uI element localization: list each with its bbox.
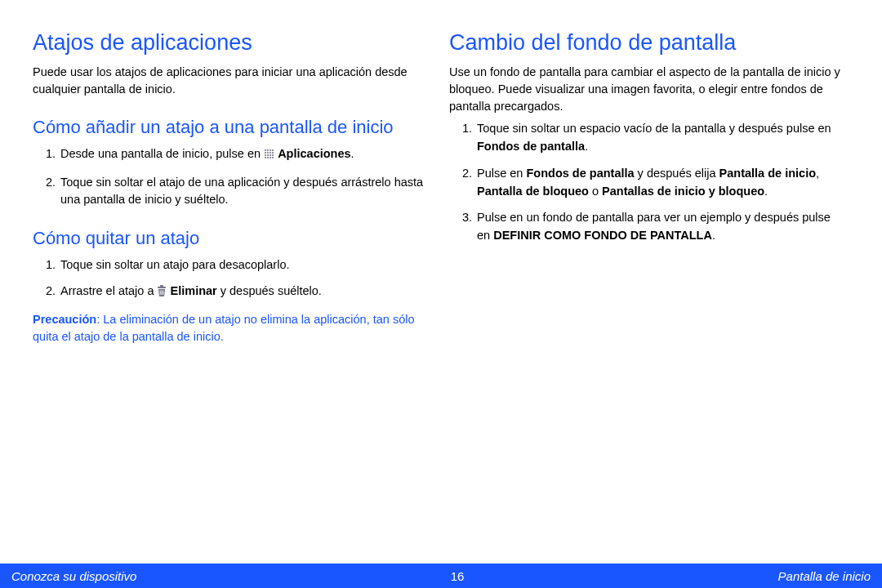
- step-text: Pulse en: [477, 167, 526, 180]
- step-text: .: [585, 140, 588, 153]
- bold-pantallas-inicio-bloqueo: Pantallas de inicio y bloqueo: [602, 185, 764, 198]
- svg-point-2: [270, 149, 271, 151]
- svg-point-8: [265, 154, 266, 156]
- svg-point-12: [265, 157, 266, 158]
- svg-point-9: [267, 154, 269, 156]
- bold-fondos: Fondos de pantalla: [477, 140, 585, 153]
- wallpaper-steps-list: Toque sin soltar un espacio vacío de la …: [449, 120, 849, 245]
- step-text: .: [351, 147, 354, 160]
- list-item: Arrastre el atajo a Eliminar y después s…: [59, 283, 433, 302]
- svg-point-10: [270, 154, 271, 156]
- svg-point-0: [265, 149, 266, 151]
- list-item: Toque sin soltar un espacio vacío de la …: [475, 120, 849, 156]
- svg-point-4: [265, 152, 266, 154]
- page-number: 16: [451, 569, 465, 583]
- bold-pantalla-bloqueo: Pantalla de bloqueo: [477, 185, 589, 198]
- trash-icon: [157, 284, 167, 302]
- caution-label: Precaución: [33, 313, 96, 326]
- bold-eliminar: Eliminar: [171, 284, 217, 297]
- list-item: Pulse en Fondos de pantalla y después el…: [475, 165, 849, 201]
- step-text: ,: [816, 167, 819, 180]
- bold-aplicaciones: Aplicaciones: [278, 147, 350, 160]
- list-item: Toque sin soltar el atajo de una aplicac…: [59, 174, 433, 210]
- svg-point-11: [272, 154, 274, 156]
- caution-note: Precaución: La eliminación de un atajo n…: [33, 311, 433, 345]
- two-column-layout: Atajos de aplicaciones Puede usar los at…: [33, 29, 849, 550]
- step-text: .: [712, 229, 715, 242]
- heading-atajos: Atajos de aplicaciones: [33, 29, 433, 56]
- right-column: Cambio del fondo de pantalla Use un fond…: [449, 29, 849, 550]
- bold-definir: DEFINIR COMO FONDO DE PANTALLA: [493, 229, 712, 242]
- step-text: y después elija: [635, 167, 719, 180]
- bold-pantalla-inicio: Pantalla de inicio: [719, 167, 816, 180]
- step-text: Desde una pantalla de inicio, pulse en: [60, 147, 264, 160]
- step-text: Arrastre el atajo a: [60, 284, 157, 297]
- svg-point-14: [270, 157, 271, 158]
- intro-wallpaper: Use un fondo de pantalla para cambiar el…: [449, 64, 849, 115]
- svg-point-3: [272, 149, 274, 151]
- step-text: y después suéltelo.: [217, 284, 322, 297]
- heading-remove-shortcut: Cómo quitar un atajo: [33, 227, 433, 250]
- left-column: Atajos de aplicaciones Puede usar los at…: [33, 29, 433, 550]
- intro-atajos: Puede usar los atajos de aplicaciones pa…: [33, 64, 433, 98]
- bold-fondos: Fondos de pantalla: [526, 167, 634, 180]
- manual-page: Atajos de aplicaciones Puede usar los at…: [0, 0, 882, 588]
- step-text: o: [589, 185, 602, 198]
- step-text: Toque sin soltar un espacio vacío de la …: [477, 122, 831, 135]
- svg-point-6: [270, 152, 271, 154]
- svg-rect-17: [160, 285, 163, 287]
- svg-point-5: [267, 152, 269, 154]
- remove-shortcut-list: Toque sin soltar un atajo para desacopla…: [33, 256, 433, 303]
- svg-point-15: [272, 157, 274, 158]
- heading-wallpaper: Cambio del fondo de pantalla: [449, 29, 849, 56]
- step-text: .: [764, 185, 768, 198]
- list-item: Desde una pantalla de inicio, pulse en A…: [59, 145, 433, 165]
- svg-point-13: [267, 157, 269, 158]
- add-shortcut-list: Desde una pantalla de inicio, pulse en A…: [33, 145, 433, 209]
- svg-point-7: [272, 152, 274, 154]
- footer-right: Pantalla de inicio: [778, 569, 871, 583]
- list-item: Toque sin soltar un atajo para desacopla…: [59, 256, 433, 274]
- list-item: Pulse en un fondo de pantalla para ver u…: [475, 209, 849, 245]
- svg-rect-16: [158, 287, 166, 288]
- page-footer: Conozca su dispositivo 16 Pantalla de in…: [0, 564, 882, 588]
- footer-left: Conozca su dispositivo: [11, 569, 136, 583]
- svg-point-1: [267, 149, 269, 151]
- apps-grid-icon: [264, 147, 274, 165]
- heading-add-shortcut: Cómo añadir un atajo a una pantalla de i…: [33, 116, 433, 139]
